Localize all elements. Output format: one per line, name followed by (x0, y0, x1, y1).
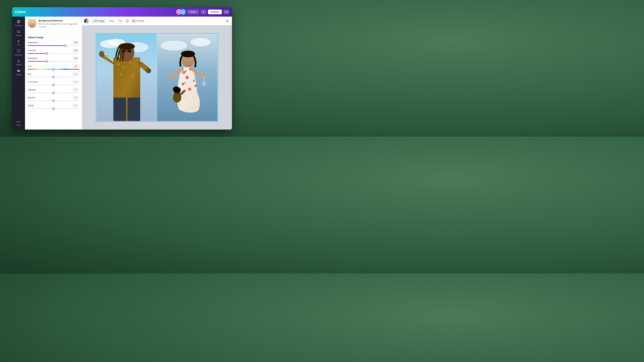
crop-button[interactable]: Crop (107, 19, 116, 23)
bg-remover-header: Background Remover Remove the background… (28, 19, 79, 28)
brightness-thumb[interactable] (64, 44, 66, 47)
blur-value: 0 (72, 72, 79, 76)
blur-thumb[interactable] (52, 76, 55, 78)
tint-label: Tint (28, 65, 31, 67)
xprocess-slider-row: X-Process 0 (28, 80, 79, 85)
text-icon: T (18, 40, 20, 43)
sidebar-item-more[interactable]: ••• More (13, 119, 24, 128)
tint-thumb[interactable] (52, 68, 55, 70)
bg-remover-title: Background Remover (38, 19, 79, 22)
info-button[interactable] (124, 18, 130, 23)
svg-point-6 (18, 31, 18, 31)
publish-button[interactable]: Publish (208, 9, 222, 14)
clarity-thumb[interactable] (52, 107, 55, 110)
blur-track[interactable] (28, 77, 79, 77)
xprocess-thumb[interactable] (52, 84, 55, 86)
image-content (96, 34, 217, 121)
saturation-fill (28, 61, 47, 62)
svg-point-40 (194, 85, 197, 87)
warmth-thumb[interactable] (52, 99, 55, 102)
svg-point-17 (129, 61, 131, 63)
svg-rect-2 (19, 20, 20, 21)
vignette-value: 0 (72, 88, 79, 91)
avatar-group: A B (176, 9, 186, 14)
header-right: A B Share Publish ••• (176, 9, 229, 14)
vignette-thumb[interactable] (52, 92, 55, 94)
delete-button[interactable] (225, 18, 230, 23)
uploads-icon (17, 59, 20, 63)
color-wheel[interactable] (84, 18, 89, 23)
more-icon: ••• (224, 10, 228, 14)
avatar: B (180, 9, 186, 14)
svg-rect-28 (128, 97, 140, 121)
more-button[interactable]: ••• (224, 9, 229, 14)
svg-rect-3 (17, 22, 18, 23)
svg-point-32 (160, 40, 187, 51)
xprocess-track[interactable] (28, 85, 79, 85)
bg-remover-info: Background Remover Remove the background… (38, 19, 79, 28)
edit-image-button[interactable]: Edit image (92, 18, 106, 23)
uploads-label: Uploads (16, 64, 22, 66)
clarity-track[interactable] (28, 108, 79, 109)
svg-point-33 (190, 38, 211, 46)
canvas-image-container[interactable] (96, 34, 217, 121)
image-right-half (157, 34, 217, 121)
app-logo: Canva (15, 10, 26, 14)
blur-label: Blur (28, 73, 32, 75)
contrast-value: 34 (72, 49, 79, 52)
sidebar-item-background[interactable]: Bkground (13, 48, 24, 57)
vignette-track[interactable] (28, 92, 79, 93)
saturation-track[interactable] (28, 61, 79, 62)
tint-slider-row: Tint 0 (28, 64, 79, 69)
sidebar-item-text[interactable]: T Text (13, 38, 24, 47)
animate-icon (132, 19, 135, 22)
delete-icon (226, 19, 229, 23)
sidebar-item-templates[interactable]: Templates (13, 18, 24, 28)
svg-rect-0 (202, 12, 204, 13)
canvas (82, 25, 232, 130)
contrast-slider-row: Contrast 34 (28, 49, 79, 54)
animate-label: Animate (136, 19, 144, 22)
sidebar-item-uploads[interactable]: Uploads (13, 58, 24, 67)
share-button[interactable]: Share (187, 9, 199, 14)
flip-button[interactable]: Flip (116, 19, 124, 23)
more-dots-icon: ••• (16, 120, 21, 124)
tint-value: 0 (72, 64, 79, 68)
clarity-label: Clarity (28, 104, 34, 107)
adjust-image-section: Adjust image Brightness 80 (25, 33, 82, 114)
svg-point-19 (120, 73, 122, 75)
background-icon (17, 49, 20, 53)
download-icon (202, 10, 205, 13)
images-icon (17, 30, 20, 34)
text-label: Text (17, 44, 20, 46)
clarity-value: 0 (72, 104, 79, 107)
svg-rect-29 (105, 55, 108, 56)
warmth-track[interactable] (28, 100, 79, 101)
svg-rect-8 (18, 62, 20, 62)
app-window: Canva A B Share Publish ••• (12, 7, 232, 130)
contrast-track[interactable] (28, 53, 79, 54)
animate-button[interactable]: Animate (130, 18, 146, 23)
svg-point-45 (181, 51, 195, 57)
contrast-thumb[interactable] (46, 52, 48, 55)
side-panel: Background Remover Remove the background… (25, 16, 82, 130)
saturation-slider-row: Saturation 34 (28, 56, 79, 62)
people-illustration-left (96, 34, 157, 121)
sidebar-item-images[interactable]: Images (13, 28, 24, 38)
sidebar-item-folders[interactable]: Folders (13, 68, 24, 77)
download-button[interactable] (200, 9, 206, 14)
saturation-value: 34 (72, 56, 79, 60)
brightness-track[interactable] (28, 45, 79, 46)
adjust-image-title: Adjust image (25, 33, 82, 41)
blur-slider-row: Blur 0 (28, 72, 79, 77)
bg-remover-thumbnail (28, 19, 36, 28)
svg-point-25 (119, 43, 135, 50)
xprocess-label: X-Process (28, 81, 38, 83)
image-toolbar: Edit image Crop Flip Animate (82, 16, 232, 25)
templates-label: Templates (15, 25, 22, 26)
clarity-slider-row: Clarity 0 (28, 104, 79, 109)
vignette-label: Vignette (28, 88, 36, 91)
tint-track[interactable] (28, 69, 79, 69)
vignette-slider-row: Vignette 0 (28, 88, 79, 93)
saturation-thumb[interactable] (46, 60, 48, 62)
